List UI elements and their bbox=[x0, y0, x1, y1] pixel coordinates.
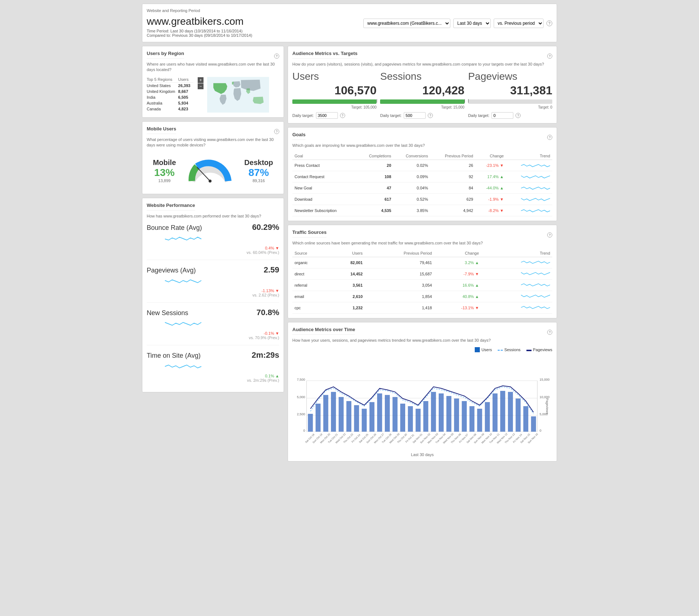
legend-pageviews: Pageviews bbox=[526, 347, 552, 352]
traffic-change: -7.9% ▼ bbox=[434, 268, 481, 280]
svg-text:5,000: 5,000 bbox=[297, 395, 305, 399]
chart-bar bbox=[454, 399, 459, 432]
goal-conversions: 0.04% bbox=[394, 182, 430, 193]
perf-change: 0.4% ▼ vs. 60.04% (Prev.) bbox=[147, 246, 279, 255]
traffic-row: organic 82,001 79,461 3.2% ▲ bbox=[292, 257, 552, 268]
chart-bar bbox=[331, 392, 336, 431]
goals-panel: Goals ? Which goals are improving for ww… bbox=[288, 127, 557, 221]
daily-target-label: Daily target: bbox=[468, 113, 490, 118]
map-zoom-in-button[interactable]: + bbox=[198, 77, 204, 83]
progress-bar-fill bbox=[292, 99, 376, 104]
perf-change: -1.13% ▼ vs. 2.62 (Prev.) bbox=[147, 289, 279, 297]
goal-previous: 92 bbox=[430, 171, 475, 182]
region-name: United States bbox=[147, 82, 178, 89]
chart-bar bbox=[377, 393, 382, 432]
mobile-stat: Mobile 13% 13,899 bbox=[153, 158, 176, 183]
chart-bar bbox=[470, 406, 475, 432]
goal-previous: 84 bbox=[430, 182, 475, 193]
region-table: Top 5 Regions Users United States26,393U… bbox=[147, 76, 193, 113]
goals-col-header: Conversions bbox=[394, 152, 430, 160]
perf-metric-name: Pageviews (Avg) bbox=[147, 267, 196, 274]
perf-metric-value: 2.59 bbox=[264, 265, 279, 275]
section-label: Website and Reporting Period bbox=[147, 8, 552, 13]
daily-target-help[interactable]: ? bbox=[516, 113, 521, 118]
map-zoom-out-button[interactable]: − bbox=[198, 83, 204, 89]
users-col-header: Users bbox=[178, 76, 193, 83]
pageviews-line bbox=[311, 386, 534, 412]
progress-bar bbox=[292, 99, 376, 104]
goal-name: Download bbox=[292, 193, 356, 205]
mobile-help-icon[interactable]: ? bbox=[274, 129, 279, 134]
time-period: Time Period: Last 30 days (10/18/2014 to… bbox=[147, 29, 252, 33]
chart-bar bbox=[354, 405, 359, 432]
chart-bar bbox=[523, 406, 528, 432]
daily-target-input[interactable] bbox=[404, 112, 426, 119]
daily-target-input[interactable] bbox=[316, 112, 338, 119]
goals-col-header: Completions bbox=[356, 152, 393, 160]
chart-bar bbox=[362, 409, 367, 432]
legend-users-icon bbox=[475, 347, 480, 352]
goal-name: Contact Request bbox=[292, 171, 356, 182]
goals-help-icon[interactable]: ? bbox=[547, 135, 552, 140]
goal-trend bbox=[506, 171, 552, 182]
chart-bar bbox=[323, 395, 328, 432]
daily-target-help[interactable]: ? bbox=[428, 113, 433, 118]
metric-card-value: 311,381 bbox=[468, 84, 552, 97]
desktop-pct: 87% bbox=[244, 167, 273, 178]
period-select[interactable]: Last 30 days bbox=[453, 19, 491, 28]
svg-text:2,500: 2,500 bbox=[297, 412, 305, 416]
chart-bar bbox=[485, 402, 490, 431]
goals-row: Press Contact 20 0.02% 26 -23.1% ▼ bbox=[292, 160, 552, 171]
chart-bar bbox=[408, 406, 413, 432]
progress-bar bbox=[380, 99, 464, 104]
traffic-col-header: Change bbox=[434, 250, 481, 257]
audience-panel-title: Audience Metrics vs. Targets bbox=[292, 51, 358, 59]
legend-users-label: Users bbox=[481, 348, 492, 352]
chart-bar bbox=[400, 404, 405, 432]
traffic-help-icon[interactable]: ? bbox=[547, 232, 552, 238]
daily-target-help[interactable]: ? bbox=[340, 113, 345, 118]
chart-bar bbox=[385, 395, 390, 432]
chart-bar bbox=[462, 401, 467, 432]
over-time-help-icon[interactable]: ? bbox=[547, 330, 552, 335]
metric-card: Pageviews 311,381 Target: 0 Daily target… bbox=[468, 71, 552, 119]
chart-bar bbox=[346, 401, 351, 432]
users-by-region-panel: Users by Region ? Where are users who ha… bbox=[142, 46, 284, 118]
goals-row: Download 617 0.52% 629 -1.9% ▼ bbox=[292, 193, 552, 205]
traffic-trend bbox=[481, 268, 552, 280]
perf-change: 0.1% ▲ vs. 2m:29s (Prev.) bbox=[147, 374, 279, 382]
compare-select[interactable]: vs. Previous period bbox=[494, 19, 544, 28]
legend-sessions: Sessions bbox=[498, 347, 521, 352]
goal-conversions: 3.85% bbox=[394, 205, 430, 216]
perf-metric-value: 2m:29s bbox=[252, 350, 279, 360]
svg-point-2 bbox=[209, 180, 212, 183]
traffic-col-header: Trend bbox=[481, 250, 552, 257]
daily-target-input[interactable] bbox=[491, 112, 513, 119]
goal-previous: 26 bbox=[430, 160, 475, 171]
goal-previous: 629 bbox=[430, 193, 475, 205]
site-select[interactable]: www.greatbikers.com (GreatBikers.c... bbox=[363, 19, 450, 28]
chart-bar bbox=[308, 414, 313, 432]
header-help-icon[interactable]: ? bbox=[546, 20, 552, 26]
mobile-panel-title: Mobile Users bbox=[147, 126, 176, 134]
traffic-source: cpc bbox=[292, 302, 329, 314]
goals-col-header: Trend bbox=[506, 152, 552, 160]
region-help-icon[interactable]: ? bbox=[274, 54, 279, 59]
perf-metric: Pageviews (Avg) 2.59 -1.13% ▼ vs. 2.62 (… bbox=[147, 265, 279, 303]
performance-panel-title: Website Performance bbox=[147, 203, 195, 211]
daily-target-row: Daily target: ? bbox=[292, 112, 376, 119]
region-row: Australia5,934 bbox=[147, 100, 193, 106]
audience-help-icon[interactable]: ? bbox=[547, 54, 552, 59]
mobile-label: Mobile bbox=[153, 158, 176, 167]
goals-question: Which goals are improving for www.greatb… bbox=[292, 143, 552, 148]
traffic-change: -13.1% ▼ bbox=[434, 302, 481, 314]
goal-conversions: 0.52% bbox=[394, 193, 430, 205]
chart-bar bbox=[431, 392, 436, 431]
traffic-row: referral 3,561 3,054 16.6% ▲ bbox=[292, 280, 552, 291]
traffic-row: direct 14,452 15,687 -7.9% ▼ bbox=[292, 268, 552, 280]
target-label: Target: 0 bbox=[468, 105, 552, 109]
metric-card-name: Pageviews bbox=[468, 71, 552, 82]
region-question: Where are users who have visited www.gre… bbox=[147, 62, 279, 73]
goal-previous: 4,942 bbox=[430, 205, 475, 216]
compared-to: Compared to: Previous 30 days (09/18/201… bbox=[147, 33, 252, 38]
